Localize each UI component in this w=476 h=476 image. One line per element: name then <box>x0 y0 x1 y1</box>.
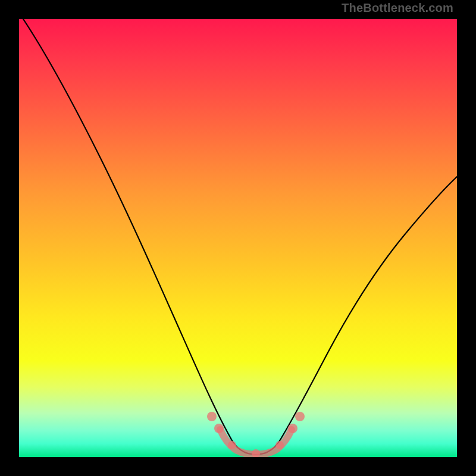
highlight-dot <box>288 424 298 433</box>
plot-area <box>19 19 457 457</box>
highlight-dot <box>252 449 260 457</box>
bottleneck-curve <box>23 19 457 455</box>
highlight-dot <box>207 412 217 421</box>
highlight-dot <box>275 441 284 449</box>
highlight-dot <box>214 424 224 433</box>
branding-label: TheBottleneck.com <box>342 1 453 15</box>
highlight-dot <box>295 412 305 421</box>
chart-frame: TheBottleneck.com <box>0 0 476 476</box>
highlight-dot <box>228 441 236 449</box>
bottleneck-curve-svg <box>19 19 457 457</box>
